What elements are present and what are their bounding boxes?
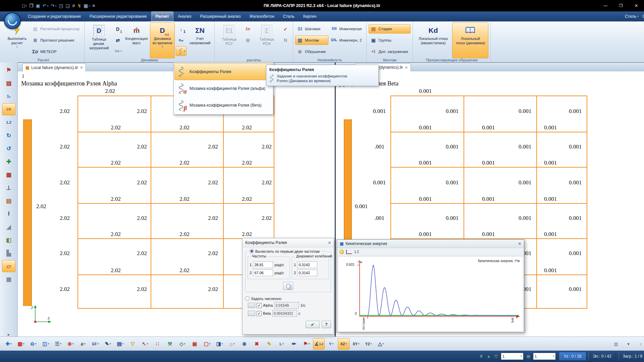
- local-failure-quasistatic-button[interactable]: KdЛокальный отказ(квазистатика): [415, 22, 451, 58]
- compute-by-frequencies-radio[interactable]: [250, 249, 254, 253]
- mass-condensation-button[interactable]: m̂Конденсациямасс: [124, 22, 149, 58]
- ribbon-tab-7[interactable]: Сталь: [279, 11, 299, 21]
- list-icon[interactable]: ☰▾: [52, 338, 64, 350]
- pen-icon[interactable]: ✎: [263, 338, 275, 350]
- selection-frame-icon[interactable]: ▦▾: [15, 338, 27, 350]
- beta-value-input[interactable]: [272, 310, 297, 317]
- dialog-titlebar[interactable]: Коэффициенты Рэлея ✕: [243, 238, 334, 247]
- zoom-cancel-icon[interactable]: ✖: [251, 338, 263, 350]
- xz-plane-icon[interactable]: XZ▾: [338, 338, 350, 350]
- open-document-icon[interactable]: ❐: [29, 3, 34, 8]
- additional-loads-button[interactable]: +1Доп. загружения: [369, 47, 411, 56]
- collapse-button[interactable]: ⊘Обрушение: [295, 47, 328, 56]
- mass-exchange-button[interactable]: ⇄: [112, 35, 123, 45]
- views-cube-icon[interactable]: ◲: [66, 3, 70, 8]
- half-frame-icon[interactable]: ◨▾: [214, 338, 225, 350]
- visualization-icon[interactable]: #: [72, 3, 75, 8]
- qat-menu-icon[interactable]: ≡: [92, 3, 95, 8]
- frame-filled-icon[interactable]: ▣: [189, 338, 201, 350]
- sigma-stress-button[interactable]: Σσ: [243, 24, 253, 34]
- close-icon[interactable]: ✕: [328, 241, 331, 245]
- add-fragment-icon[interactable]: ✚: [2, 156, 15, 168]
- decrement-2-input[interactable]: [297, 269, 317, 276]
- scale-select-2[interactable]: 1.▾: [533, 353, 556, 360]
- stress-account-button[interactable]: ΣNУчетнапряжений: [187, 22, 212, 58]
- ribbon-tab-6[interactable]: Железобетон: [245, 11, 278, 21]
- column-element-icon[interactable]: I: [2, 208, 15, 220]
- d1-modes-button[interactable]: D1: [112, 24, 123, 34]
- mini-view-icon[interactable]: ◫: [610, 338, 622, 350]
- filter-icon[interactable]: ▽: [127, 338, 139, 350]
- mini-dropdown-icon[interactable]: ▾: [623, 338, 634, 350]
- draw-icon[interactable]: ✎▾: [102, 338, 114, 350]
- mirror-icon[interactable]: ◫▾: [40, 338, 52, 350]
- yz-plane-icon[interactable]: YZ▾: [363, 338, 374, 350]
- engineering2-button[interactable]: EN₂Инженерн. 2: [329, 36, 364, 45]
- pencil-icon[interactable]: ✏: [288, 338, 300, 350]
- new-document-icon[interactable]: □▾: [22, 3, 27, 8]
- ribbon-tab-3[interactable]: Расчет: [151, 11, 173, 21]
- isometry-icon[interactable]: ∡1,2: [313, 338, 325, 350]
- assign-stiffness-icon[interactable]: ◢: [2, 221, 15, 233]
- alpha-checkbox[interactable]: ✓: [257, 303, 262, 308]
- save-icon[interactable]: ▣: [36, 3, 40, 8]
- supports-icon[interactable]: ⊥: [2, 182, 15, 194]
- stairs-icon[interactable]: ▙: [2, 247, 15, 259]
- tables-icon[interactable]: ▦▾: [84, 3, 90, 8]
- document-tab[interactable]: ▦ Local failure (dynamics).lir ✕: [22, 63, 86, 71]
- nodes-counter[interactable]: Уз.: 0 / 28: [559, 352, 586, 360]
- undo-icon[interactable]: ↶▾: [43, 3, 48, 8]
- ribbon-tab-1[interactable]: Создание и редактирование: [23, 11, 85, 21]
- copy-frequencies-button[interactable]: [283, 282, 293, 290]
- time-dynamics-button[interactable]: D∿tДинамикаво времени▾: [150, 22, 175, 58]
- beta-checkbox[interactable]: ✓: [257, 311, 262, 316]
- engineering-button[interactable]: ENИнженерная: [329, 24, 364, 34]
- rotate-ccw-icon[interactable]: ↺: [2, 142, 15, 155]
- mosaic-display-icon[interactable]: ▨: [2, 77, 15, 89]
- slab-element-icon[interactable]: ◧: [2, 234, 15, 246]
- results-flag-icon[interactable]: ⚑: [2, 64, 15, 76]
- grid-plus-button[interactable]: ⊞: [243, 35, 253, 45]
- rayleigh-dropdown[interactable]: ▾: [176, 46, 186, 56]
- hatch-icon[interactable]: ▤▾: [114, 338, 126, 350]
- ribbon-tab-8[interactable]: Кирпич: [299, 11, 321, 21]
- help-button[interactable]: ?: [322, 321, 331, 328]
- ribbon-tab-5[interactable]: Расширенный анализ: [196, 11, 245, 21]
- solution-protocol-button[interactable]: ≣Протокол решения: [31, 36, 82, 45]
- frame-outline-icon[interactable]: ▢▾: [201, 338, 213, 350]
- frequency-1-input[interactable]: [253, 261, 273, 268]
- nodes-icon[interactable]: ∷: [152, 338, 163, 350]
- element-function-icon[interactable]: EF▾: [90, 338, 101, 350]
- close-tab-icon[interactable]: ✕: [405, 66, 408, 69]
- flash-calc-icon[interactable]: ↯: [77, 3, 82, 8]
- scale-select-1[interactable]: 1.▾: [501, 353, 524, 360]
- minimize-button[interactable]: —: [598, 0, 613, 11]
- flag-icon[interactable]: ⚑▾: [301, 338, 312, 350]
- alpha-mosaic-button[interactable]: [248, 303, 255, 308]
- eak-button[interactable]: eₐₖ: [176, 35, 186, 45]
- decrement-1-input[interactable]: [297, 261, 317, 268]
- n-forces-button[interactable]: N: [280, 35, 291, 45]
- pan-icon[interactable]: ✚▾: [3, 338, 14, 350]
- local-failure-dynamic-button[interactable]: Локальныйотказ (динамика): [452, 22, 488, 58]
- set-numerically-radio[interactable]: [245, 296, 250, 301]
- values-precision-icon[interactable]: 1.2: [2, 116, 15, 128]
- lamp-icon[interactable]: [339, 250, 344, 254]
- apply-button[interactable]: ✔: [306, 321, 320, 328]
- zoom-in-icon[interactable]: ⊕: [238, 338, 250, 350]
- masonry-icon[interactable]: ▤: [2, 195, 15, 207]
- stages-button[interactable]: ▤Стадии: [369, 24, 411, 34]
- poly-filter-icon[interactable]: ◇▾: [176, 338, 188, 350]
- energy-window-titlebar[interactable]: ▦ Кинетическая энергия ✕: [337, 240, 524, 248]
- snap-grid-icon[interactable]: #▾: [77, 338, 89, 350]
- stepwise-button[interactable]: StШаговая: [295, 24, 328, 34]
- ivk-dropdown[interactable]: Ivk▾: [112, 46, 123, 56]
- menu-item-rayleigh-mosaic-beta[interactable]: βМозаика коэффициентов Рэлея (бета): [174, 97, 272, 114]
- meteor-button[interactable]: ΣσМЕТЕОР: [31, 47, 82, 56]
- snap-icon[interactable]: #: [478, 354, 485, 359]
- tabbar-menu-окно[interactable]: Окно▾: [643, 14, 644, 19]
- xy-plane-icon[interactable]: XY▾: [350, 338, 362, 350]
- pack-model-icon[interactable]: ◳: [59, 3, 63, 8]
- loadcase-counter[interactable]: Загр.: 1 / 9: [619, 352, 644, 360]
- scroll-both-icon[interactable]: ↕: [635, 338, 644, 350]
